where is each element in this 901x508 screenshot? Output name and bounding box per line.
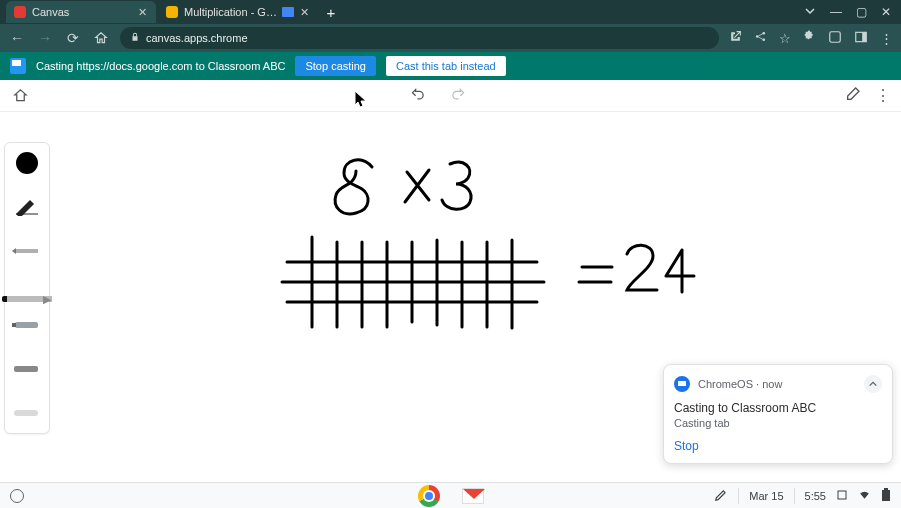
- battery-tray-icon[interactable]: [881, 488, 891, 504]
- collapse-notification-button[interactable]: [864, 375, 882, 393]
- notification-subtitle: Casting tab: [674, 417, 882, 429]
- new-tab-button[interactable]: +: [320, 1, 342, 23]
- favicon-canvas: [14, 6, 26, 18]
- svg-point-2: [762, 38, 765, 41]
- cast-bar: Casting https://docs.google.com to Class…: [0, 52, 901, 80]
- tab-strip: Canvas ✕ Multiplication - Google Slid… ✕…: [0, 0, 901, 24]
- bookmark-icon[interactable]: ☆: [779, 31, 791, 46]
- share-icon[interactable]: [754, 30, 767, 46]
- tray-divider: [794, 488, 795, 504]
- pencil-tool[interactable]: [10, 239, 44, 263]
- browser-tab-slides[interactable]: Multiplication - Google Slid… ✕: [158, 1, 318, 23]
- notification-title: Casting to Classroom ABC: [674, 401, 882, 415]
- svg-rect-3: [830, 31, 841, 42]
- tray-divider: [738, 488, 739, 504]
- svg-point-0: [756, 35, 759, 38]
- reload-button[interactable]: ⟳: [64, 29, 82, 47]
- svg-rect-14: [884, 488, 888, 490]
- thickness-tool[interactable]: [10, 283, 44, 293]
- eraser-tool[interactable]: [10, 401, 44, 425]
- close-tab-icon[interactable]: ✕: [136, 6, 148, 18]
- chromeos-shelf: Mar 15 5:55: [0, 482, 901, 508]
- back-button[interactable]: ←: [8, 29, 26, 47]
- browser-menu-icon[interactable]: ⋮: [880, 31, 893, 46]
- cast-indicator-icon: [282, 7, 294, 17]
- pen-tool[interactable]: [10, 195, 44, 219]
- svg-rect-11: [14, 410, 38, 416]
- favicon-slides: [166, 6, 178, 18]
- shelf-date[interactable]: Mar 15: [749, 490, 783, 502]
- notification-card: ChromeOS · now Casting to Classroom ABC …: [663, 364, 893, 464]
- marker-tool[interactable]: [10, 313, 44, 337]
- color-swatch-tool[interactable]: [10, 151, 44, 175]
- cast-this-tab-button[interactable]: Cast this tab instead: [386, 56, 506, 76]
- mouse-cursor-icon: [354, 90, 368, 108]
- tab-title: Multiplication - Google Slid…: [184, 6, 278, 18]
- tool-palette: [4, 142, 50, 434]
- svg-rect-9: [12, 323, 16, 327]
- stylus-tray-icon[interactable]: [714, 488, 728, 504]
- chrome-app-icon[interactable]: [418, 485, 440, 507]
- chalk-tool[interactable]: [10, 357, 44, 381]
- svg-rect-5: [862, 32, 866, 41]
- launcher-button[interactable]: [10, 489, 24, 503]
- svg-rect-8: [15, 322, 38, 328]
- cast-icon: [10, 58, 26, 74]
- svg-rect-6: [16, 249, 38, 253]
- notifications-tray-icon[interactable]: [836, 489, 848, 503]
- url-text: canvas.apps.chrome: [146, 32, 248, 44]
- stop-casting-button[interactable]: Stop casting: [295, 56, 376, 76]
- notification-source: ChromeOS · now: [698, 378, 782, 390]
- open-external-icon[interactable]: [729, 30, 742, 46]
- lock-icon: [130, 32, 140, 44]
- side-panel-icon[interactable]: [854, 30, 868, 47]
- eraser-button[interactable]: [845, 86, 861, 106]
- forward-button[interactable]: →: [36, 29, 54, 47]
- home-button[interactable]: [92, 29, 110, 47]
- extensions-icon[interactable]: [803, 30, 816, 46]
- canvas-menu-button[interactable]: ⋮: [875, 86, 891, 105]
- close-window-icon[interactable]: ✕: [881, 5, 891, 20]
- maximize-window-icon[interactable]: ▢: [856, 5, 867, 20]
- svg-rect-12: [838, 491, 846, 499]
- minimize-window-icon[interactable]: —: [830, 5, 842, 20]
- svg-rect-10: [14, 366, 38, 372]
- omnibar: ← → ⟳ canvas.apps.chrome ☆: [0, 24, 901, 52]
- address-bar[interactable]: canvas.apps.chrome: [120, 27, 719, 49]
- tab-search-icon[interactable]: [804, 5, 816, 20]
- undo-button[interactable]: [410, 87, 425, 105]
- tab-title: Canvas: [32, 6, 132, 18]
- gmail-app-icon[interactable]: [462, 488, 484, 504]
- redo-button[interactable]: [451, 87, 466, 105]
- canvas-toolbar: ⋮: [0, 80, 901, 112]
- notification-app-icon: [674, 376, 690, 392]
- shelf-time[interactable]: 5:55: [805, 490, 826, 502]
- wifi-tray-icon[interactable]: [858, 488, 871, 503]
- account-icon[interactable]: [828, 30, 842, 47]
- svg-rect-13: [882, 490, 890, 501]
- browser-tab-canvas[interactable]: Canvas ✕: [6, 1, 156, 23]
- notification-stop-action[interactable]: Stop: [674, 439, 882, 453]
- handwriting-drawing: [52, 142, 752, 392]
- cast-message: Casting https://docs.google.com to Class…: [36, 60, 285, 72]
- close-tab-icon[interactable]: ✕: [298, 6, 310, 18]
- svg-marker-7: [12, 248, 16, 254]
- svg-point-1: [762, 32, 765, 35]
- canvas-home-button[interactable]: [10, 86, 30, 106]
